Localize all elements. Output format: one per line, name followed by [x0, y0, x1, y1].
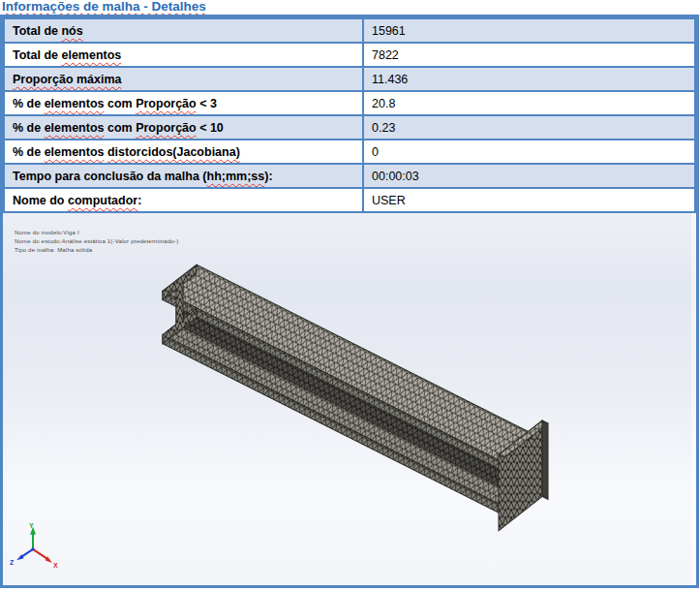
model-annotations: Nome do modelo:Viga INome do estudo:Anál…	[15, 229, 178, 255]
annotation-line: Nome do estudo:Análise estática 1(-Valor…	[15, 237, 178, 246]
3d-viewport: Nome do modelo:Viga INome do estudo:Anál…	[3, 213, 696, 585]
z-axis	[21, 549, 33, 557]
row-label: % de elementos com Proporção < 3	[4, 91, 363, 115]
table-row: % de elementos com Proporção < 320.8	[4, 91, 695, 115]
row-value: 15961	[363, 18, 695, 43]
table-row: % de elementos distorcidos(Jacobiana)0	[4, 140, 695, 164]
y-axis-label: Y	[29, 522, 34, 529]
mesh-info-table-body: Total de nós15961Total de elementos7822P…	[4, 18, 695, 212]
table-row: Proporção máxima11.436	[4, 67, 695, 91]
end-plate-side	[542, 420, 548, 499]
table-row: Nome do computador:USER	[4, 188, 695, 212]
row-value: 0	[363, 140, 695, 164]
row-label: Total de nós	[4, 18, 363, 43]
row-label: Proporção máxima	[4, 67, 363, 91]
row-value: 0.23	[363, 115, 695, 140]
beam-top-flange-front	[163, 291, 503, 471]
row-value: 20.8	[363, 91, 695, 115]
row-label: Total de elementos	[4, 43, 363, 67]
annotation-line: Nome do modelo:Viga I	[15, 229, 178, 237]
row-value: 7822	[363, 43, 695, 67]
z-axis-label: Z	[10, 559, 15, 566]
row-label: Nome do computador:	[4, 188, 363, 212]
x-axis-label: X	[53, 562, 58, 569]
mesh-info-table: Total de nós15961Total de elementos7822P…	[3, 17, 696, 213]
row-label: Tempo para conclusão da malha (hh;mm;ss)…	[4, 164, 363, 188]
table-row: Tempo para conclusão da malha (hh;mm;ss)…	[4, 164, 695, 188]
row-value: USER	[363, 188, 695, 212]
row-value: 00:00:03	[363, 164, 695, 188]
annotation-line: Tipo de malha: Malha sólida	[15, 246, 178, 255]
meshed-beam	[163, 264, 548, 530]
table-row: % de elementos com Proporção < 100.23	[4, 115, 695, 140]
triad-origin	[31, 547, 34, 550]
axis-triad: Y X Z	[10, 522, 58, 569]
x-axis	[33, 549, 47, 559]
table-row: Total de nós15961	[4, 18, 695, 43]
row-label: % de elementos distorcidos(Jacobiana)	[4, 140, 363, 164]
mesh-report-page: { "title": "Informações de malha - Detal…	[0, 0, 700, 591]
table-row: Total de elementos7822	[4, 43, 695, 67]
page-title: Informações de malha - Detalhes	[2, 0, 206, 15]
report-frame: Total de nós15961Total de elementos7822P…	[0, 15, 699, 588]
row-label: % de elementos com Proporção < 10	[4, 115, 363, 140]
mesh-scene-image: Y X Z	[3, 213, 696, 585]
row-value: 11.436	[363, 67, 695, 91]
